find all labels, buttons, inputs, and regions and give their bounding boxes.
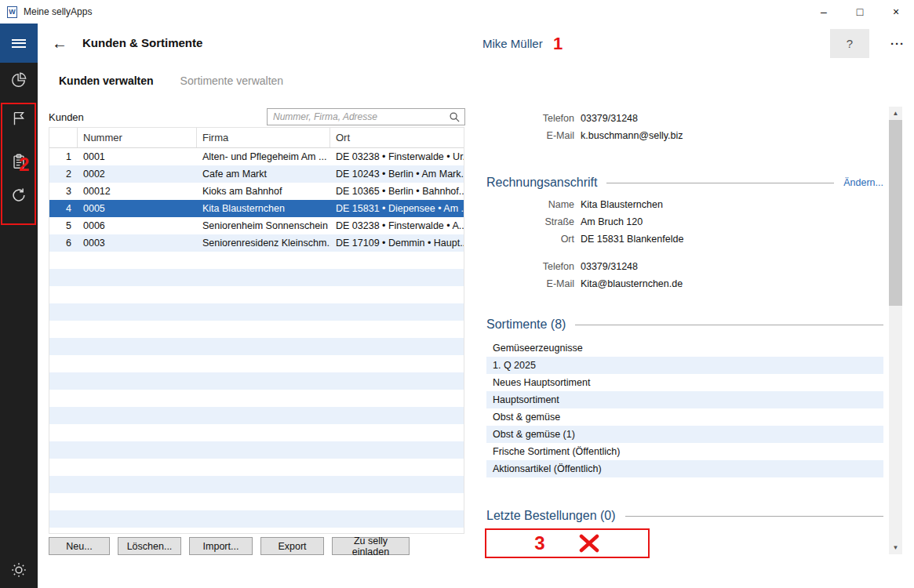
sortimente-heading: Sortimente (8) — [486, 318, 566, 332]
invite-to-selly-button[interactable]: Zu selly einladen — [332, 537, 410, 555]
sortiment-item[interactable]: Aktionsartikel (Öffentlich) — [486, 460, 883, 477]
cell-ort: DE 17109 • Demmin • Haupt... — [330, 238, 464, 249]
cell-index: 3 — [49, 186, 78, 197]
column-header-nummer[interactable]: Nummer — [78, 128, 197, 147]
settings-button[interactable] — [0, 554, 38, 586]
scroll-up-button[interactable]: ▲ — [889, 107, 902, 120]
name-value: Kita Blausternchen — [581, 199, 663, 210]
orders-heading: Letzte Bestellungen (0) — [486, 509, 616, 523]
table-empty-rows — [49, 252, 464, 534]
customer-search — [267, 108, 465, 125]
search-icon[interactable] — [449, 111, 461, 123]
table-row[interactable]: 6 0003 Seniorenresidenz Kleinschm... DE … — [49, 234, 464, 252]
table-row[interactable]: 3 00012 Kioks am Bahnhof DE 10365 • Berl… — [49, 183, 464, 200]
app-window: W Meine sellyApps – □ × — [0, 0, 914, 588]
sidebar: 2 — [0, 24, 38, 588]
column-header-index[interactable] — [49, 128, 78, 147]
contact-telefon-row: Telefon 03379/31248 — [486, 110, 883, 127]
telefon-value: 03379/31248 — [581, 261, 638, 272]
help-icon: ? — [847, 37, 853, 50]
maximize-button[interactable]: □ — [842, 0, 878, 24]
cell-nummer: 0003 — [78, 238, 197, 249]
flag-icon — [10, 110, 27, 127]
app-title: Meine sellyApps — [24, 6, 92, 17]
app-icon: W — [7, 6, 17, 18]
sortimente-list: Gemüseerzeugnisse 1. Q 2025 Neues Haupts… — [486, 339, 883, 477]
page-title: Kunden & Sortimente — [82, 36, 202, 49]
main-content: Kunden Nummer Firma Ort 1 0001 Alten- — [38, 99, 914, 588]
ort-label: Ort — [486, 234, 581, 245]
cell-firma: Kioks am Bahnhof — [197, 186, 330, 197]
window-controls: – □ × — [806, 0, 914, 24]
cell-firma: Alten- und Pflegeheim Am ... — [197, 151, 330, 162]
divider — [625, 516, 883, 517]
sortiment-item[interactable]: Neues Hauptsortiment — [486, 374, 883, 391]
billing-fields: Name Kita Blausternchen Straße Am Bruch … — [486, 196, 883, 292]
cell-nummer: 0002 — [78, 169, 197, 180]
minimize-button[interactable]: – — [806, 0, 842, 24]
tab-kunden-verwalten[interactable]: Kunden verwalten — [59, 74, 154, 87]
hamburger-menu-button[interactable] — [0, 24, 38, 63]
cell-firma: Seniorenresidenz Kleinschm... — [197, 238, 330, 249]
annotation-box-3: 3 — [485, 528, 650, 558]
cell-ort: DE 10243 • Berlin • Am Mark... — [330, 169, 464, 180]
vertical-scrollbar[interactable]: ▲ ▼ — [889, 107, 902, 554]
sortimente-section-header: Sortimente (8) — [486, 318, 883, 332]
back-button[interactable]: ← — [47, 31, 72, 55]
table-row[interactable]: 2 0002 Cafe am Markt DE 10243 • Berlin •… — [49, 165, 464, 183]
column-header-ort[interactable]: Ort — [330, 128, 464, 147]
sortiment-item[interactable]: Obst & gemüse (1) — [486, 426, 883, 443]
sidebar-item-customers[interactable] — [0, 103, 38, 134]
cell-ort: DE 03238 • Finsterwalde • A... — [330, 220, 464, 231]
sidebar-item-sync[interactable] — [0, 180, 38, 211]
more-button[interactable]: ··· — [883, 31, 912, 55]
search-input[interactable] — [268, 109, 464, 125]
annotation-3: 3 — [534, 532, 544, 554]
customer-detail-panel: Telefon 03379/31248 E-Mail k.buschmann@s… — [486, 99, 883, 581]
sortiment-item[interactable]: Gemüseerzeugnisse — [486, 339, 883, 357]
table-row-selected[interactable]: 4 0005 Kita Blausternchen DE 15831 • Die… — [49, 200, 464, 217]
telefon-label: Telefon — [486, 261, 581, 272]
help-button[interactable]: ? — [830, 29, 869, 58]
sortiment-item[interactable]: Hauptsortiment — [486, 391, 883, 408]
scrollbar-thumb[interactable] — [889, 120, 902, 306]
user-name[interactable]: Mike Müller — [482, 37, 543, 50]
annotation-2: 2 — [19, 154, 29, 176]
cell-index: 2 — [49, 169, 78, 180]
sortiment-item[interactable]: Obst & gemüse — [486, 408, 883, 426]
cell-firma: Cafe am Markt — [197, 169, 330, 180]
scroll-down-button[interactable]: ▼ — [889, 541, 902, 554]
telefon-value: 03379/31248 — [581, 113, 638, 124]
billing-ort-row: Ort DE 15831 Blankenfelde — [486, 230, 883, 248]
table-row[interactable]: 1 0001 Alten- und Pflegeheim Am ... DE 0… — [49, 148, 464, 165]
table-header: Nummer Firma Ort — [49, 128, 464, 148]
name-label: Name — [486, 199, 581, 210]
contact-email-row: E-Mail k.buschmann@selly.biz — [486, 127, 883, 144]
sortiment-item[interactable]: Frische Sortiment (Öffentlich) — [486, 443, 883, 460]
billing-section-header: Rechnungsanschrift Ändern... — [486, 176, 883, 190]
pie-chart-icon — [10, 71, 27, 89]
export-button[interactable]: Export — [260, 537, 324, 555]
import-button[interactable]: Import... — [189, 537, 253, 555]
email-label: E-Mail — [486, 278, 581, 289]
cell-ort: DE 15831 • Diepensee • Am ... — [330, 203, 464, 214]
cell-nummer: 0006 — [78, 220, 197, 231]
red-x-icon — [578, 534, 600, 553]
delete-button[interactable]: Löschen... — [118, 537, 181, 555]
cell-index: 5 — [49, 220, 78, 231]
divider — [575, 325, 883, 325]
new-button[interactable]: Neu... — [49, 537, 110, 555]
sidebar-item-dashboard[interactable] — [0, 64, 38, 96]
gear-icon — [10, 561, 27, 579]
sync-icon — [10, 187, 27, 204]
change-billing-link[interactable]: Ändern... — [843, 177, 883, 188]
customers-panel-label: Kunden — [49, 111, 84, 123]
close-button[interactable]: × — [878, 0, 914, 24]
sortiment-item[interactable]: 1. Q 2025 — [486, 357, 883, 374]
column-header-firma[interactable]: Firma — [197, 128, 330, 147]
cell-nummer: 00012 — [78, 186, 197, 197]
table-row[interactable]: 5 0006 Seniorenheim Sonnenschein DE 0323… — [49, 217, 464, 234]
orders-section-header: Letzte Bestellungen (0) — [486, 509, 883, 523]
tab-sortimente-verwalten[interactable]: Sortimente verwalten — [180, 74, 284, 87]
cell-index: 4 — [49, 203, 78, 214]
